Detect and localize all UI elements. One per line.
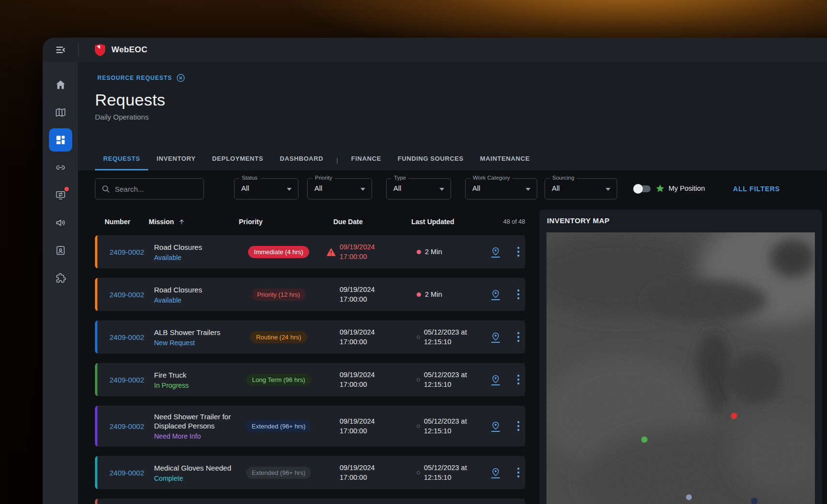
tab-requests[interactable]: REQUESTS bbox=[95, 155, 148, 170]
content-area: RESOURCE REQUESTS Requests Daily Operati… bbox=[78, 62, 827, 504]
column-priority[interactable]: Priority bbox=[233, 218, 320, 226]
tab-dashboard[interactable]: DASHBOARD bbox=[271, 155, 331, 170]
page-header: RESOURCE REQUESTS Requests Daily Operati… bbox=[78, 62, 827, 170]
sourcing-select-label: Sourcing bbox=[550, 175, 577, 181]
status-select[interactable]: Status All bbox=[234, 178, 298, 199]
column-mission[interactable]: Mission bbox=[149, 218, 233, 226]
priority-badge: Extended (96+ hrs) bbox=[246, 420, 312, 432]
breadcrumb[interactable]: RESOURCE REQUESTS bbox=[97, 74, 185, 82]
column-mission-label: Mission bbox=[149, 218, 174, 226]
mission-title: Fire Truck bbox=[154, 370, 232, 380]
topbar-divider bbox=[78, 43, 78, 57]
sidebar-item-boards[interactable] bbox=[49, 128, 72, 152]
my-position-toggle[interactable] bbox=[634, 185, 651, 192]
tab-maintenance[interactable]: MAINTENANCE bbox=[472, 155, 538, 170]
row-menu-button[interactable] bbox=[509, 421, 528, 431]
links-icon bbox=[55, 162, 66, 173]
tab-inventory[interactable]: INVENTORY bbox=[148, 155, 204, 170]
request-number[interactable]: 2409-0002 bbox=[97, 469, 151, 477]
collapse-menu-button[interactable] bbox=[43, 44, 78, 56]
locate-on-map-button[interactable] bbox=[491, 332, 500, 343]
location-pin-icon bbox=[491, 246, 500, 256]
page-subtitle: Daily Operations bbox=[95, 113, 827, 121]
recency-dot bbox=[417, 292, 421, 297]
boards-icon bbox=[55, 134, 66, 146]
all-filters-button[interactable]: ALL FILTERS bbox=[733, 185, 780, 193]
request-number[interactable]: 2409-0002 bbox=[97, 376, 151, 384]
plugins-icon bbox=[55, 272, 66, 284]
map-icon bbox=[55, 107, 66, 118]
recency-dot bbox=[417, 425, 420, 428]
map-marker[interactable] bbox=[641, 436, 648, 443]
sidebar-item-contacts[interactable] bbox=[49, 239, 72, 262]
table-row[interactable]: 2409-0002 Need Shower Trailer for Displa… bbox=[95, 406, 525, 446]
search-icon bbox=[101, 184, 110, 193]
request-number[interactable]: 2409-0002 bbox=[97, 290, 151, 299]
tab-finance[interactable]: FINANCE bbox=[343, 155, 390, 170]
location-pin-icon bbox=[491, 467, 500, 477]
map-marker[interactable] bbox=[731, 413, 737, 419]
kebab-menu-icon bbox=[517, 421, 520, 431]
last-updated: 05/12/2023 at12:15:10 bbox=[424, 370, 467, 389]
sidebar-item-links[interactable] bbox=[49, 156, 72, 179]
sessions-icon bbox=[55, 189, 66, 201]
column-number[interactable]: Number bbox=[95, 218, 149, 226]
locate-on-map-button[interactable] bbox=[491, 467, 500, 478]
chevron-down-icon bbox=[360, 188, 365, 191]
request-number[interactable]: 2409-0002 bbox=[97, 422, 151, 430]
priority-badge: Priority (12 hrs) bbox=[251, 289, 306, 301]
home-icon bbox=[55, 79, 66, 91]
request-number[interactable]: 2409-0002 bbox=[97, 333, 151, 341]
circled-x-icon[interactable] bbox=[176, 74, 185, 82]
mission-title: Road Closures bbox=[154, 243, 232, 252]
sort-ascending-icon bbox=[178, 218, 186, 226]
app-window: WebEOC RESO bbox=[43, 38, 827, 504]
search-input[interactable] bbox=[115, 185, 187, 193]
locate-on-map-button[interactable] bbox=[491, 289, 500, 300]
priority-select[interactable]: Priority All bbox=[307, 178, 372, 199]
table-row[interactable]: 2409-0002 Road Closures Available Immedi… bbox=[95, 235, 525, 268]
sidebar-item-home[interactable] bbox=[49, 73, 72, 96]
table-row[interactable]: 2409-0002 Medical Gloves Needed Complete… bbox=[95, 456, 525, 489]
location-pin-icon bbox=[491, 421, 500, 430]
locate-on-map-button[interactable] bbox=[491, 246, 500, 258]
map-marker[interactable] bbox=[751, 498, 758, 504]
row-menu-button[interactable] bbox=[509, 332, 528, 342]
table-row[interactable]: 2409-0002 Road Closures Available Priori… bbox=[95, 278, 525, 311]
row-menu-button[interactable] bbox=[509, 246, 528, 257]
request-number[interactable]: 2409-0002 bbox=[97, 248, 151, 256]
location-pin-icon bbox=[491, 374, 500, 384]
map-marker[interactable] bbox=[686, 494, 692, 500]
chevron-down-icon bbox=[439, 188, 444, 191]
table-row[interactable]: 2409-0002 Fire Truck In Progress Long Te… bbox=[95, 363, 525, 396]
work-category-select[interactable]: Work Category All bbox=[465, 178, 537, 199]
row-menu-button[interactable] bbox=[509, 374, 528, 385]
locate-on-map-button[interactable] bbox=[491, 374, 500, 385]
table-row[interactable]: 2409-0002 ALB Shower Trailers New Reques… bbox=[95, 321, 525, 353]
location-pin-icon bbox=[491, 289, 500, 299]
table-row-partial[interactable] bbox=[95, 499, 525, 504]
column-last-updated[interactable]: Last Updated bbox=[407, 218, 480, 226]
type-select[interactable]: Type All bbox=[386, 178, 451, 199]
locate-on-map-button[interactable] bbox=[491, 421, 500, 432]
app-title: WebEOC bbox=[111, 45, 147, 55]
mission-status: New Request bbox=[154, 339, 235, 347]
chevron-down-icon bbox=[287, 188, 292, 191]
tab-deployments[interactable]: DEPLOYMENTS bbox=[204, 155, 272, 170]
sidebar-item-plugins[interactable] bbox=[49, 266, 72, 290]
row-count: 48 of 48 bbox=[480, 218, 525, 226]
request-list: 2409-0002 Road Closures Available Immedi… bbox=[95, 235, 525, 504]
sourcing-select[interactable]: Sourcing All bbox=[545, 178, 617, 199]
inventory-map-canvas[interactable] bbox=[546, 232, 815, 504]
sidebar-item-sessions[interactable] bbox=[49, 183, 72, 207]
search-box[interactable] bbox=[95, 178, 204, 199]
sidebar-item-announcements[interactable] bbox=[49, 211, 72, 234]
sidebar-item-map[interactable] bbox=[49, 101, 72, 124]
column-due-date[interactable]: Due Date bbox=[320, 218, 407, 226]
row-menu-button[interactable] bbox=[509, 467, 528, 478]
row-menu-button[interactable] bbox=[509, 289, 528, 300]
due-date: 09/19/202417:00:00 bbox=[340, 463, 375, 482]
tab-funding-sources[interactable]: FUNDING SOURCES bbox=[390, 155, 472, 170]
notification-dot bbox=[64, 187, 69, 191]
type-select-value: All bbox=[393, 184, 401, 192]
